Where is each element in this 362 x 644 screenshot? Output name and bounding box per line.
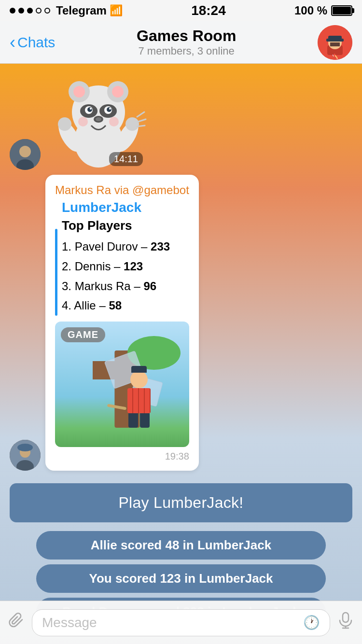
chat-subtitle: 7 members, 3 online <box>137 45 236 57</box>
status-left: Telegram 📶 <box>10 4 123 17</box>
player-score-2: 123 <box>124 260 143 273</box>
message-time: 19:38 <box>55 451 189 462</box>
message-input-field[interactable]: Message 🕐 <box>32 609 330 636</box>
attach-button[interactable] <box>8 612 25 633</box>
svg-point-27 <box>109 117 119 126</box>
player-row-1: 1. Pavel Durov – 233 <box>62 237 189 257</box>
score-notification-2: You scored 123 in LumberJack <box>36 564 326 593</box>
lj-leg-right <box>140 413 150 428</box>
signal-dot-5 <box>44 8 50 14</box>
bubble-content: LumberJack Top Players 1. Pavel Durov – … <box>55 200 189 316</box>
sender-avatar-2 <box>10 440 41 471</box>
sender-avatar-1 <box>10 139 41 170</box>
play-lumberjack-button[interactable]: Play LumberJack! <box>10 483 352 522</box>
signal-dot-4 <box>36 8 42 14</box>
battery-label: 100 % <box>294 4 327 17</box>
lumberjack-character <box>127 371 151 428</box>
battery-icon <box>331 5 352 16</box>
status-right: 100 % <box>294 4 352 17</box>
signal-dot-3 <box>27 8 33 14</box>
svg-point-23 <box>109 108 111 110</box>
svg-rect-39 <box>343 613 348 622</box>
svg-line-32 <box>137 112 144 117</box>
wifi-icon: 📶 <box>110 4 123 17</box>
svg-point-22 <box>90 108 92 110</box>
svg-point-26 <box>78 117 88 126</box>
chat-background: 14:11 Markus Ra via @gamebot Lumber <box>0 64 362 644</box>
svg-point-25 <box>96 117 101 121</box>
message-placeholder: Message <box>42 615 303 630</box>
message-input-bar: Message 🕐 <box>0 601 362 644</box>
emoji-icon[interactable]: 🕐 <box>303 615 320 630</box>
svg-line-33 <box>138 119 146 122</box>
lj-leg-left <box>128 413 138 428</box>
svg-point-8 <box>19 146 31 157</box>
svg-point-21 <box>107 107 111 112</box>
lj-legs <box>128 413 150 428</box>
svg-point-20 <box>87 107 92 112</box>
lj-head <box>130 371 148 388</box>
sticker-time: 14:11 <box>109 152 143 166</box>
game-message-row: Markus Ra via @gamebot LumberJack Top Pl… <box>10 175 352 471</box>
score-n2-prefix: You scored 123 in LumberJack <box>89 571 273 586</box>
status-bar: Telegram 📶 18:24 100 % <box>0 0 362 21</box>
chat-title: Games Room <box>137 27 236 45</box>
svg-point-38 <box>17 444 33 451</box>
svg-line-34 <box>137 126 145 126</box>
messages-area: Markus Ra via @gamebot LumberJack Top Pl… <box>0 175 362 471</box>
signal-dot-2 <box>18 8 24 14</box>
svg-rect-5 <box>330 42 340 46</box>
score-n1-prefix: Allie scored 48 in LumberJack <box>91 538 271 552</box>
player-score-1: 233 <box>151 240 170 253</box>
game-title: LumberJack <box>62 200 189 215</box>
avatar-image-2 <box>10 440 41 471</box>
player-row-3: 3. Markus Ra – 96 <box>62 277 189 296</box>
carrier-label: Telegram <box>56 4 107 17</box>
navigation-bar: ‹ Chats Games Room 7 members, 3 online 🪓 <box>0 21 362 64</box>
game-image: GAME <box>55 322 189 447</box>
score-notification-1: Allie scored 48 in LumberJack <box>36 531 326 560</box>
svg-text:🪓: 🪓 <box>332 53 338 59</box>
player-row-4: 4. Allie – 58 <box>62 296 189 316</box>
player-score-4: 58 <box>109 299 122 312</box>
player-list: 1. Pavel Durov – 233 2. Dennis – 123 3. … <box>62 237 189 316</box>
microphone-icon <box>337 612 354 629</box>
game-badge: GAME <box>61 327 105 342</box>
player-rank-1: 1. Pavel Durov – <box>62 240 151 253</box>
group-avatar-image: 🪓 <box>318 25 352 60</box>
back-arrow-icon: ‹ <box>10 32 15 53</box>
nav-title: Games Room 7 members, 3 online <box>137 27 236 57</box>
lj-body <box>127 388 151 413</box>
top-players-title: Top Players <box>62 218 189 233</box>
player-score-3: 96 <box>143 280 156 293</box>
back-button[interactable]: ‹ Chats <box>10 32 55 53</box>
mic-button[interactable] <box>337 612 354 633</box>
back-label: Chats <box>17 34 55 51</box>
svg-point-15 <box>112 86 124 98</box>
via-tag: Markus Ra via @gamebot <box>55 183 189 197</box>
svg-rect-4 <box>326 39 344 42</box>
battery-fill <box>333 7 351 14</box>
svg-point-31 <box>125 117 139 131</box>
svg-point-14 <box>73 86 85 98</box>
player-rank-2: 2. Dennis – <box>62 260 124 273</box>
play-button-area: Play LumberJack! <box>0 478 362 527</box>
sticker-message-area: 14:11 <box>0 64 362 175</box>
lj-hat <box>131 366 147 373</box>
player-rank-4: 4. Allie – <box>62 299 109 312</box>
blue-bar-decoration <box>55 229 57 316</box>
game-message-bubble: Markus Ra via @gamebot LumberJack Top Pl… <box>45 175 199 471</box>
group-avatar[interactable]: 🪓 <box>318 25 352 60</box>
sticker-bubble: 14:11 <box>50 73 147 170</box>
avatar-image-1 <box>10 139 41 170</box>
player-rank-3: 3. Markus Ra – <box>62 280 143 293</box>
signal-dot-1 <box>10 8 15 14</box>
player-row-2: 2. Dennis – 123 <box>62 257 189 277</box>
svg-point-30 <box>58 117 71 131</box>
status-time: 18:24 <box>191 3 226 18</box>
paperclip-icon <box>8 612 25 629</box>
lj-stripes <box>127 388 151 413</box>
